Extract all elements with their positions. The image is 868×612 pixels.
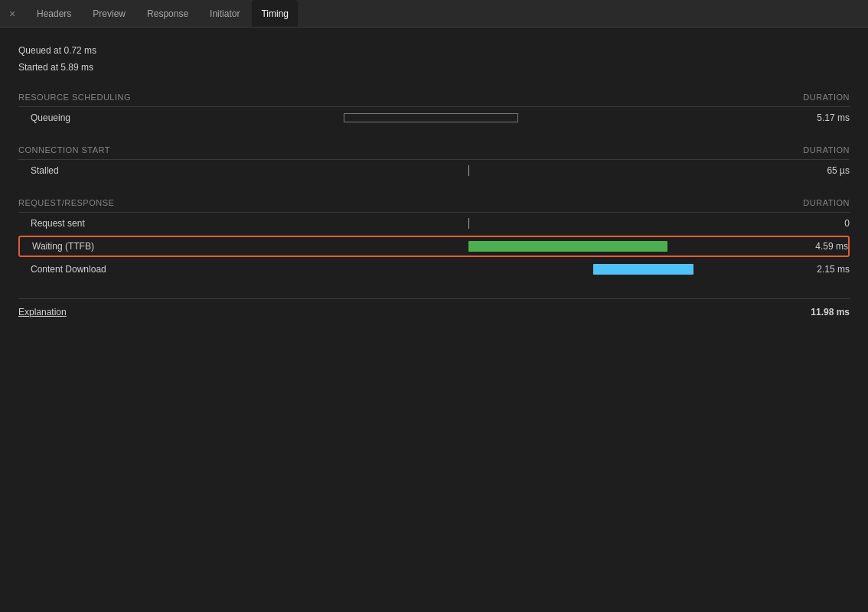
tab-headers[interactable]: Headers bbox=[28, 0, 80, 27]
section-connection-start: Connection Start DURATION Stalled 65 µs bbox=[18, 145, 850, 181]
section-duration-label-request-response: DURATION bbox=[803, 198, 850, 207]
queued-at-info: Queued at 0.72 ms bbox=[18, 43, 850, 60]
section-header-connection-start: Connection Start DURATION bbox=[18, 145, 850, 160]
started-at-info: Started at 5.89 ms bbox=[18, 60, 850, 76]
tab-response[interactable]: Response bbox=[138, 0, 197, 27]
duration-queueing: 5.17 ms bbox=[781, 112, 850, 123]
row-content-download: Content Download 2.15 ms bbox=[18, 259, 850, 280]
row-queueing: Queueing 5.17 ms bbox=[18, 107, 850, 129]
label-waiting-ttfb: Waiting (TTFB) bbox=[20, 241, 158, 252]
bar-stalled bbox=[468, 165, 469, 176]
bar-area-request-sent bbox=[156, 213, 781, 234]
duration-ttfb: 4.59 ms bbox=[779, 241, 848, 252]
duration-download: 2.15 ms bbox=[781, 264, 850, 275]
section-header-resource-scheduling: Resource Scheduling DURATION bbox=[18, 93, 850, 107]
bar-container-request-sent bbox=[156, 217, 781, 230]
duration-request-sent: 0 bbox=[781, 218, 850, 229]
bar-container-queueing bbox=[156, 112, 781, 124]
bar-container-download bbox=[156, 263, 781, 275]
bar-area-download bbox=[156, 259, 781, 280]
label-stalled: Stalled bbox=[18, 165, 156, 176]
bar-request-sent bbox=[468, 218, 469, 229]
bar-area-ttfb bbox=[158, 237, 779, 256]
bar-container-ttfb bbox=[158, 240, 779, 252]
section-title-resource-scheduling: Resource Scheduling bbox=[18, 93, 131, 102]
label-content-download: Content Download bbox=[18, 264, 156, 275]
label-request-sent: Request sent bbox=[18, 218, 156, 229]
row-stalled: Stalled 65 µs bbox=[18, 160, 850, 181]
timing-panel: Queued at 0.72 ms Started at 5.89 ms Res… bbox=[0, 28, 868, 333]
tab-timing[interactable]: Timing bbox=[252, 0, 298, 27]
label-queueing: Queueing bbox=[18, 112, 156, 123]
section-request-response: Request/Response DURATION Request sent 0… bbox=[18, 198, 850, 280]
tab-preview[interactable]: Preview bbox=[83, 0, 135, 27]
section-title-request-response: Request/Response bbox=[18, 198, 114, 207]
tab-initiator[interactable]: Initiator bbox=[201, 0, 249, 27]
bar-ttfb bbox=[468, 241, 667, 252]
row-request-sent: Request sent 0 bbox=[18, 213, 850, 234]
close-button[interactable]: × bbox=[6, 8, 18, 20]
bar-area-queueing bbox=[156, 107, 781, 129]
row-waiting-ttfb: Waiting (TTFB) 4.59 ms bbox=[18, 236, 850, 257]
tab-bar: × Headers Preview Response Initiator Tim… bbox=[0, 0, 868, 28]
bar-area-stalled bbox=[156, 160, 781, 181]
section-header-request-response: Request/Response DURATION bbox=[18, 198, 850, 213]
explanation-link[interactable]: Explanation bbox=[18, 307, 67, 317]
section-duration-label-connection-start: DURATION bbox=[803, 145, 850, 155]
section-resource-scheduling: Resource Scheduling DURATION Queueing 5.… bbox=[18, 93, 850, 129]
bar-container-stalled bbox=[156, 164, 781, 177]
section-duration-label-resource-scheduling: DURATION bbox=[803, 93, 850, 102]
section-title-connection-start: Connection Start bbox=[18, 145, 110, 155]
footer-row: Explanation 11.98 ms bbox=[18, 298, 850, 317]
duration-stalled: 65 µs bbox=[781, 165, 850, 176]
total-duration: 11.98 ms bbox=[811, 307, 850, 317]
bar-download bbox=[593, 264, 693, 275]
bar-queueing bbox=[344, 113, 518, 122]
